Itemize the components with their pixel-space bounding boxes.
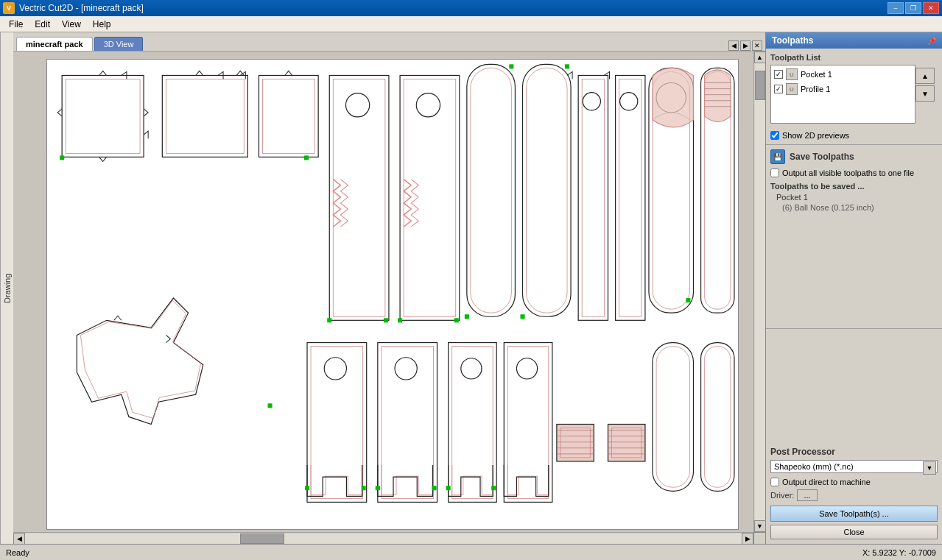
toolpath-list-header: Toolpath List — [770, 53, 938, 62]
tab-nav-buttons: ◀ ▶ ✕ — [728, 40, 762, 51]
svg-rect-3 — [60, 155, 64, 160]
post-processor-select[interactable]: Shapeoko (mm) (*.nc) Shapeoko (inch) (*.… — [770, 460, 938, 473]
minimize-button[interactable]: – — [887, 2, 904, 14]
scroll-up-button[interactable]: ▲ — [754, 52, 766, 63]
move-up-button[interactable]: ▲ — [915, 68, 935, 84]
canvas-container: ▲ ▼ ◀ ▶ — [13, 52, 765, 544]
output-one-file-row: Output all visible toolpaths to one file — [770, 167, 938, 179]
svg-rect-25 — [520, 314, 524, 319]
svg-rect-36 — [686, 298, 690, 302]
output-direct-row: Output direct to machine — [770, 476, 938, 488]
canvas-area: minecraft pack 3D View ◀ ▶ ✕ — [13, 32, 765, 544]
save-header-row: 💾 Save Toolpaths — [770, 149, 938, 164]
menu-view[interactable]: View — [56, 18, 87, 31]
svg-rect-63 — [557, 425, 594, 461]
save-toolpaths-section: 💾 Save Toolpaths Output all visible tool… — [766, 146, 942, 216]
toolpath-list-row: ✓ U Pocket 1 ✓ U Profile 1 ▲ ▼ — [770, 65, 938, 124]
divider-2 — [766, 328, 942, 329]
menu-edit[interactable]: Edit — [29, 18, 56, 31]
save-toolpaths-button[interactable]: Save Toolpath(s) ... — [770, 506, 938, 522]
menu-bar: File Edit View Help — [0, 16, 942, 32]
tab-minecraft-pack[interactable]: minecraft pack — [16, 37, 93, 51]
svg-rect-53 — [376, 486, 380, 490]
scroll-down-button[interactable]: ▼ — [754, 520, 766, 532]
save-toolpaths-title: Save Toolpaths — [790, 152, 854, 162]
svg-rect-71 — [608, 425, 644, 461]
title-text-group: V Vectric Cut2D - [minecraft pack] — [3, 2, 144, 14]
close-panel-button[interactable]: Close — [770, 525, 938, 539]
post-processor-section: Post Processor Shapeoko (mm) (*.nc) Shap… — [766, 442, 942, 544]
save-item-pocket1: Pocket 1 — [770, 192, 938, 202]
app-icon: V — [3, 2, 15, 14]
pocket1-label: Pocket 1 — [801, 70, 832, 79]
svg-rect-21 — [465, 314, 469, 319]
profile1-checkbox[interactable]: ✓ — [774, 85, 783, 93]
move-down-button[interactable]: ▼ — [915, 85, 935, 102]
pocket1-checkbox[interactable]: ✓ — [774, 70, 783, 79]
menu-help[interactable]: Help — [87, 18, 117, 31]
profile1-icon: U — [786, 83, 798, 95]
profile1-label: Profile 1 — [801, 85, 830, 93]
save-sub-item-ballnose: (6) Ball Nose (0.125 inch) — [770, 202, 938, 213]
driver-row: Driver: ... — [770, 488, 938, 503]
tab-close-button[interactable]: ✕ — [752, 40, 762, 51]
scroll-track-vertical[interactable] — [755, 63, 765, 520]
scroll-track-horizontal[interactable] — [25, 534, 742, 544]
svg-rect-48 — [305, 486, 309, 490]
restore-button[interactable]: ❒ — [905, 2, 921, 14]
drawing-label: Drawing — [3, 273, 12, 302]
svg-rect-54 — [432, 486, 436, 490]
toolpath-item-pocket1[interactable]: ✓ U Pocket 1 — [773, 67, 913, 82]
status-bar: Ready X: 5.9232 Y: -0.7009 — [0, 544, 942, 560]
svg-rect-44 — [268, 403, 273, 408]
horizontal-scrollbar[interactable]: ◀ ▶ — [13, 532, 753, 544]
right-panel: Toolpaths 📌 Toolpath List ✓ U Pocket 1 ✓… — [765, 32, 942, 544]
output-direct-checkbox[interactable] — [770, 478, 779, 486]
scroll-right-button[interactable]: ▶ — [742, 533, 753, 545]
output-one-file-checkbox[interactable] — [770, 169, 779, 177]
panel-header: Toolpaths 📌 — [766, 32, 942, 49]
scroll-thumb-horizontal[interactable] — [240, 534, 284, 544]
svg-rect-59 — [491, 486, 496, 490]
scroll-thumb-vertical[interactable] — [755, 71, 765, 100]
tab-3d-view[interactable]: 3D View — [94, 37, 144, 51]
tab-prev-button[interactable]: ◀ — [728, 40, 739, 51]
driver-label: Driver: — [770, 491, 794, 500]
coordinates-text: X: 5.9232 Y: -0.7009 — [862, 548, 936, 557]
tab-bar: minecraft pack 3D View ◀ ▶ ✕ — [13, 32, 765, 52]
toolpath-list-section: Toolpath List ✓ U Pocket 1 ✓ U Profile 1 — [766, 49, 942, 128]
svg-rect-26 — [565, 64, 569, 68]
drawing-sidebar[interactable]: Drawing — [0, 32, 13, 544]
svg-rect-8 — [304, 155, 309, 160]
divider-1 — [766, 144, 942, 145]
close-button[interactable]: ✕ — [923, 2, 939, 14]
svg-rect-49 — [362, 486, 366, 490]
up-down-buttons: ▲ ▼ — [915, 68, 938, 102]
driver-button[interactable]: ... — [797, 489, 817, 501]
toolpath-list-box: ✓ U Pocket 1 ✓ U Profile 1 — [770, 65, 915, 124]
toolpath-svg — [47, 60, 738, 529]
output-one-file-label: Output all visible toolpaths to one file — [782, 169, 914, 177]
scroll-corner — [753, 532, 765, 544]
toolpaths-to-save-label: Toolpaths to be saved ... — [770, 182, 938, 191]
title-bar: V Vectric Cut2D - [minecraft pack] – ❒ ✕ — [0, 0, 942, 16]
post-processor-label: Post Processor — [770, 447, 938, 457]
svg-rect-22 — [509, 64, 513, 68]
save-disk-icon: 💾 — [770, 149, 785, 164]
pocket1-icon: U — [786, 68, 798, 80]
drawing-inner — [46, 59, 739, 530]
svg-rect-12 — [327, 318, 331, 322]
scroll-left-button[interactable]: ◀ — [13, 533, 25, 545]
show-preview-label: Show 2D previews — [782, 131, 849, 140]
output-direct-label: Output direct to machine — [782, 478, 871, 486]
menu-file[interactable]: File — [3, 18, 29, 31]
pp-select-row: Shapeoko (mm) (*.nc) Shapeoko (inch) (*.… — [770, 460, 938, 473]
show-preview-checkbox[interactable] — [770, 131, 779, 140]
window-controls: – ❒ ✕ — [887, 2, 939, 14]
drawing-canvas[interactable] — [13, 52, 753, 532]
vertical-scrollbar[interactable]: ▲ ▼ — [753, 52, 765, 532]
toolpath-item-profile1[interactable]: ✓ U Profile 1 — [773, 82, 913, 96]
svg-rect-58 — [446, 486, 451, 490]
pin-icon[interactable]: 📌 — [927, 37, 936, 45]
tab-next-button[interactable]: ▶ — [740, 40, 751, 51]
